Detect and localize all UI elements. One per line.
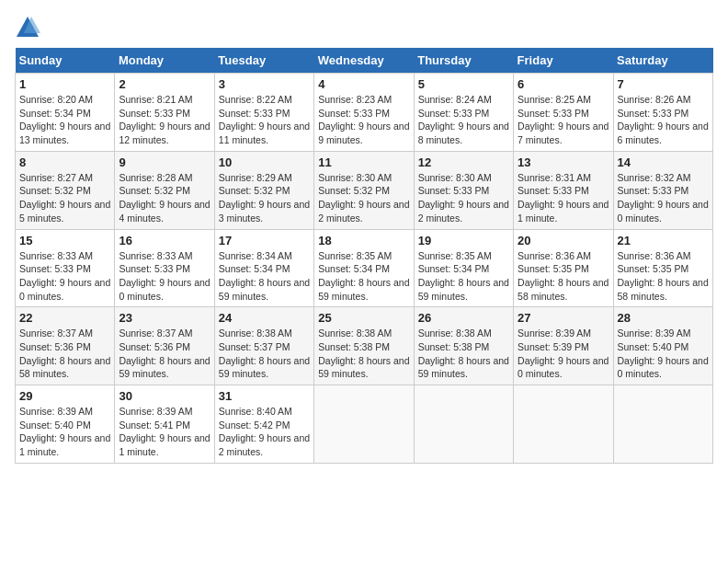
day-info: Sunrise: 8:35 AMSunset: 5:34 PMDaylight:… <box>418 249 509 304</box>
calendar-day: 26Sunrise: 8:38 AMSunset: 5:38 PMDayligh… <box>414 307 513 385</box>
calendar-table: SundayMondayTuesdayWednesdayThursdayFrid… <box>15 48 713 464</box>
day-number: 17 <box>219 234 310 247</box>
day-number: 13 <box>518 155 609 169</box>
calendar-empty <box>613 385 712 464</box>
calendar-day: 16Sunrise: 8:33 AMSunset: 5:33 PMDayligh… <box>115 229 214 307</box>
day-info: Sunrise: 8:34 AMSunset: 5:34 PMDaylight:… <box>219 249 310 304</box>
day-number: 16 <box>119 234 210 247</box>
calendar-week-row: 1Sunrise: 8:20 AMSunset: 5:34 PMDaylight… <box>16 74 713 152</box>
logo <box>15 15 44 40</box>
calendar-day: 4Sunrise: 8:23 AMSunset: 5:33 PMDaylight… <box>314 74 414 152</box>
logo-icon <box>15 15 40 40</box>
day-info: Sunrise: 8:38 AMSunset: 5:38 PMDaylight:… <box>418 327 509 381</box>
day-number: 12 <box>418 155 509 169</box>
day-number: 26 <box>418 311 509 325</box>
day-number: 5 <box>418 77 509 91</box>
day-number: 6 <box>518 77 609 91</box>
day-info: Sunrise: 8:36 AMSunset: 5:35 PMDaylight:… <box>518 249 609 304</box>
calendar-day: 7Sunrise: 8:26 AMSunset: 5:33 PMDaylight… <box>613 74 712 152</box>
day-info: Sunrise: 8:40 AMSunset: 5:42 PMDaylight:… <box>219 405 310 459</box>
calendar-day: 10Sunrise: 8:29 AMSunset: 5:32 PMDayligh… <box>214 151 313 229</box>
day-info: Sunrise: 8:27 AMSunset: 5:32 PMDaylight:… <box>19 171 110 225</box>
day-number: 31 <box>219 389 310 403</box>
calendar-day: 25Sunrise: 8:38 AMSunset: 5:38 PMDayligh… <box>314 307 414 385</box>
calendar-day: 17Sunrise: 8:34 AMSunset: 5:34 PMDayligh… <box>214 229 313 307</box>
day-number: 27 <box>518 311 609 325</box>
day-number: 23 <box>119 311 210 325</box>
calendar-day: 29Sunrise: 8:39 AMSunset: 5:40 PMDayligh… <box>16 385 115 464</box>
calendar-day: 23Sunrise: 8:37 AMSunset: 5:36 PMDayligh… <box>115 307 214 385</box>
day-number: 4 <box>318 77 409 91</box>
header-thursday: Thursday <box>414 48 513 74</box>
calendar-day: 27Sunrise: 8:39 AMSunset: 5:39 PMDayligh… <box>514 307 613 385</box>
calendar-week-row: 29Sunrise: 8:39 AMSunset: 5:40 PMDayligh… <box>16 385 713 464</box>
day-number: 20 <box>518 234 609 247</box>
header-saturday: Saturday <box>613 48 712 74</box>
day-info: Sunrise: 8:39 AMSunset: 5:40 PMDaylight:… <box>19 405 110 459</box>
header-tuesday: Tuesday <box>214 48 313 74</box>
day-number: 11 <box>318 155 409 169</box>
day-number: 19 <box>418 234 509 247</box>
header-sunday: Sunday <box>16 48 115 74</box>
day-info: Sunrise: 8:38 AMSunset: 5:38 PMDaylight:… <box>318 327 409 381</box>
day-info: Sunrise: 8:23 AMSunset: 5:33 PMDaylight:… <box>318 93 409 147</box>
calendar-day: 14Sunrise: 8:32 AMSunset: 5:33 PMDayligh… <box>613 151 712 229</box>
day-info: Sunrise: 8:28 AMSunset: 5:32 PMDaylight:… <box>119 171 210 225</box>
calendar-day: 30Sunrise: 8:39 AMSunset: 5:41 PMDayligh… <box>115 385 214 464</box>
day-info: Sunrise: 8:24 AMSunset: 5:33 PMDaylight:… <box>418 93 509 147</box>
day-info: Sunrise: 8:26 AMSunset: 5:33 PMDaylight:… <box>618 93 709 147</box>
day-info: Sunrise: 8:39 AMSunset: 5:39 PMDaylight:… <box>518 327 609 381</box>
day-info: Sunrise: 8:33 AMSunset: 5:33 PMDaylight:… <box>19 249 110 304</box>
day-number: 25 <box>318 311 409 325</box>
day-number: 28 <box>618 311 709 325</box>
page-header <box>15 15 713 40</box>
day-info: Sunrise: 8:35 AMSunset: 5:34 PMDaylight:… <box>318 249 409 304</box>
calendar-day: 19Sunrise: 8:35 AMSunset: 5:34 PMDayligh… <box>414 229 513 307</box>
day-info: Sunrise: 8:39 AMSunset: 5:41 PMDaylight:… <box>119 405 210 459</box>
day-number: 21 <box>618 234 709 247</box>
day-info: Sunrise: 8:30 AMSunset: 5:32 PMDaylight:… <box>318 171 409 225</box>
calendar-day: 21Sunrise: 8:36 AMSunset: 5:35 PMDayligh… <box>613 229 712 307</box>
calendar-week-row: 22Sunrise: 8:37 AMSunset: 5:36 PMDayligh… <box>16 307 713 385</box>
day-number: 30 <box>119 389 210 403</box>
day-number: 14 <box>618 155 709 169</box>
calendar-day: 3Sunrise: 8:22 AMSunset: 5:33 PMDaylight… <box>214 74 313 152</box>
day-info: Sunrise: 8:33 AMSunset: 5:33 PMDaylight:… <box>119 249 210 304</box>
day-number: 15 <box>19 234 110 247</box>
calendar-day: 13Sunrise: 8:31 AMSunset: 5:33 PMDayligh… <box>514 151 613 229</box>
day-info: Sunrise: 8:22 AMSunset: 5:33 PMDaylight:… <box>219 93 310 147</box>
day-info: Sunrise: 8:25 AMSunset: 5:33 PMDaylight:… <box>518 93 609 147</box>
day-info: Sunrise: 8:32 AMSunset: 5:33 PMDaylight:… <box>618 171 709 225</box>
calendar-day: 28Sunrise: 8:39 AMSunset: 5:40 PMDayligh… <box>613 307 712 385</box>
day-number: 10 <box>219 155 310 169</box>
day-number: 8 <box>19 155 110 169</box>
day-info: Sunrise: 8:21 AMSunset: 5:33 PMDaylight:… <box>119 93 210 147</box>
calendar-day: 12Sunrise: 8:30 AMSunset: 5:33 PMDayligh… <box>414 151 513 229</box>
day-info: Sunrise: 8:20 AMSunset: 5:34 PMDaylight:… <box>19 93 110 147</box>
calendar-day: 31Sunrise: 8:40 AMSunset: 5:42 PMDayligh… <box>214 385 313 464</box>
calendar-week-row: 15Sunrise: 8:33 AMSunset: 5:33 PMDayligh… <box>16 229 713 307</box>
day-info: Sunrise: 8:29 AMSunset: 5:32 PMDaylight:… <box>219 171 310 225</box>
calendar-day: 15Sunrise: 8:33 AMSunset: 5:33 PMDayligh… <box>16 229 115 307</box>
day-number: 29 <box>19 389 110 403</box>
calendar-empty <box>414 385 513 464</box>
calendar-day: 22Sunrise: 8:37 AMSunset: 5:36 PMDayligh… <box>16 307 115 385</box>
calendar-day: 5Sunrise: 8:24 AMSunset: 5:33 PMDaylight… <box>414 74 513 152</box>
calendar-day: 2Sunrise: 8:21 AMSunset: 5:33 PMDaylight… <box>115 74 214 152</box>
day-info: Sunrise: 8:38 AMSunset: 5:37 PMDaylight:… <box>219 327 310 381</box>
day-number: 2 <box>119 77 210 91</box>
day-number: 9 <box>119 155 210 169</box>
day-number: 7 <box>618 77 709 91</box>
calendar-day: 24Sunrise: 8:38 AMSunset: 5:37 PMDayligh… <box>214 307 313 385</box>
calendar-day: 18Sunrise: 8:35 AMSunset: 5:34 PMDayligh… <box>314 229 414 307</box>
day-info: Sunrise: 8:36 AMSunset: 5:35 PMDaylight:… <box>618 249 709 304</box>
day-number: 22 <box>19 311 110 325</box>
header-monday: Monday <box>115 48 214 74</box>
calendar-empty <box>514 385 613 464</box>
calendar-day: 20Sunrise: 8:36 AMSunset: 5:35 PMDayligh… <box>514 229 613 307</box>
day-info: Sunrise: 8:37 AMSunset: 5:36 PMDaylight:… <box>19 327 110 381</box>
calendar-day: 11Sunrise: 8:30 AMSunset: 5:32 PMDayligh… <box>314 151 414 229</box>
day-number: 3 <box>219 77 310 91</box>
calendar-week-row: 8Sunrise: 8:27 AMSunset: 5:32 PMDaylight… <box>16 151 713 229</box>
day-info: Sunrise: 8:39 AMSunset: 5:40 PMDaylight:… <box>618 327 709 381</box>
